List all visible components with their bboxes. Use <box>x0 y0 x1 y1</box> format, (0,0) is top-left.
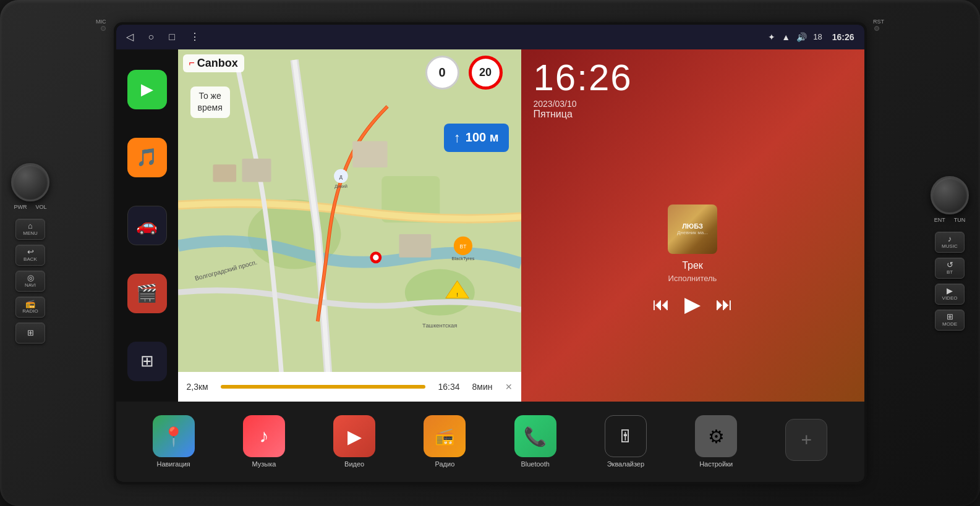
navi-label: NAVI <box>25 282 36 288</box>
radio-label: RADIO <box>22 308 38 314</box>
rst-dot <box>874 26 879 31</box>
recents-nav-icon[interactable]: □ <box>169 32 175 43</box>
bluetooth-dock-icon: 📞 <box>514 415 556 457</box>
menu-button[interactable]: ⌂ MENU <box>15 219 45 240</box>
kino-app[interactable]: 🎬 <box>127 274 167 313</box>
back-nav-icon[interactable]: ◁ <box>126 31 134 43</box>
head-unit: MIC RST PWR VOL ⌂ MENU ↩ BACK ◎ NAVI 📻 R… <box>0 0 980 506</box>
album-title-art: ЛЮБЗ <box>677 222 708 230</box>
video-dock-icon: ▶ <box>333 415 375 457</box>
car-app[interactable]: 🚗 <box>127 206 167 245</box>
svg-text:BlackTyres: BlackTyres <box>451 256 474 261</box>
dock-radio[interactable]: 📻 Радио <box>424 415 466 468</box>
music-dock-icon: ♪ <box>243 415 285 457</box>
left-knob-area: PWR VOL <box>11 163 49 210</box>
app-sidebar: ▶ 🎵 🚗 🎬 ⊞ <box>116 49 178 402</box>
bt-button[interactable]: ↺ BT <box>935 258 965 279</box>
svg-rect-7 <box>399 234 431 258</box>
left-controls: PWR VOL ⌂ MENU ↩ BACK ◎ NAVI 📻 RADIO ⊞ <box>11 163 49 344</box>
rst-label: RST <box>873 19 884 25</box>
video-right-icon: ▶ <box>947 287 953 295</box>
right-controls: ENT TUN ♪ MUSIC ↺ BT ▶ VIDEO ⊞ MODE <box>931 176 969 331</box>
wifi-status-icon: ▲ <box>782 32 790 42</box>
album-art: ЛЮБЗ Дневник ма... <box>668 205 717 254</box>
carplay-app[interactable]: ▶ <box>127 70 167 109</box>
dock-navigation[interactable]: 📍 Навигация <box>153 415 195 468</box>
equalizer-dock-label: Эквалайзер <box>607 460 644 468</box>
pwr-vol-knob[interactable] <box>11 163 49 201</box>
dock-music[interactable]: ♪ Музыка <box>243 415 285 468</box>
video-right-label: VIDEO <box>942 295 958 301</box>
radio-button[interactable]: 📻 RADIO <box>15 297 45 318</box>
radio-icon: 📻 <box>25 300 35 308</box>
clock-day: Пятница <box>534 109 852 120</box>
status-icons: ✦ ▲ 🔊 18 16:26 <box>768 32 854 42</box>
svg-text:!: ! <box>456 290 458 297</box>
right-knob-area: ENT TUN <box>931 176 969 223</box>
map-progress-bar <box>221 385 426 389</box>
status-bar: ◁ ○ □ ⋮ ✦ ▲ 🔊 18 16:26 <box>116 25 864 49</box>
mode-label: MODE <box>942 321 957 327</box>
launcher-app[interactable]: ⊞ <box>127 342 167 381</box>
menu-icon: ⌂ <box>28 222 33 230</box>
radio-dock-label: Радио <box>435 460 454 468</box>
clock-date: 2023/03/10 <box>534 99 852 109</box>
clock-time: 16:26 <box>534 59 852 96</box>
prev-button[interactable]: ⏮ <box>652 294 670 314</box>
ent-label: ENT <box>934 217 945 223</box>
dock-add[interactable]: + <box>785 419 827 464</box>
speed-limit: 20 <box>469 56 503 90</box>
vol-label: VOL <box>35 204 46 210</box>
map-close[interactable]: ✕ <box>505 382 513 392</box>
clock-section: 16:26 2023/03/10 Пятница <box>521 49 864 125</box>
grid-button[interactable]: ⊞ <box>15 323 45 344</box>
map-bottom-bar: 2,3км 16:34 8мин ✕ <box>178 372 521 402</box>
music-right-button[interactable]: ♪ MUSIC <box>935 232 965 253</box>
dock-equalizer[interactable]: 🎚 Эквалайзер <box>605 415 647 468</box>
video-right-button[interactable]: ▶ VIDEO <box>935 284 965 305</box>
mic-label: MIC <box>96 19 106 25</box>
ent-tun-knob[interactable] <box>931 176 969 214</box>
screen: ◁ ○ □ ⋮ ✦ ▲ 🔊 18 16:26 ▶ 🎵 <box>116 25 864 482</box>
video-dock-label: Видео <box>344 460 364 468</box>
status-time: 16:26 <box>832 32 854 42</box>
back-button[interactable]: ↩ BACK <box>15 245 45 266</box>
play-button[interactable]: ▶ <box>684 292 701 316</box>
nav-distance: 100 м <box>466 130 499 145</box>
settings-dock-label: Настройки <box>699 460 733 468</box>
dock-settings[interactable]: ⚙ Настройки <box>695 415 737 468</box>
svg-text:Д: Д <box>339 174 342 179</box>
album-art-inner: ЛЮБЗ Дневник ма... <box>668 205 717 254</box>
more-nav-icon[interactable]: ⋮ <box>190 31 200 43</box>
back-label: BACK <box>23 256 37 262</box>
music-app[interactable]: 🎵 <box>127 138 167 177</box>
navi-icon: ◎ <box>27 274 34 282</box>
home-nav-icon[interactable]: ○ <box>148 32 155 43</box>
tun-label: TUN <box>954 217 966 223</box>
navi-button[interactable]: ◎ NAVI <box>15 271 45 292</box>
bluetooth-status-icon: ✦ <box>768 32 775 42</box>
grid-icon: ⊞ <box>27 329 34 337</box>
svg-rect-4 <box>213 164 236 182</box>
svg-rect-6 <box>352 141 387 167</box>
dock-bluetooth[interactable]: 📞 Bluetooth <box>514 415 556 468</box>
nav-time-box: То же время <box>190 86 230 118</box>
next-button[interactable]: ⏭ <box>715 294 733 314</box>
svg-text:BT: BT <box>459 243 466 249</box>
right-panel: 16:26 2023/03/10 Пятница ЛЮБЗ Дневник ма… <box>521 49 864 402</box>
main-content: ▶ 🎵 🚗 🎬 ⊞ <box>116 49 864 482</box>
map-eta: 16:34 <box>438 382 459 392</box>
music-right-label: MUSIC <box>942 243 958 249</box>
mode-button[interactable]: ⊞ MODE <box>935 310 965 331</box>
menu-label: MENU <box>23 230 38 236</box>
bottom-dock: 📍 Навигация ♪ Музыка ▶ Видео <box>116 402 864 482</box>
map-area[interactable]: Волгоградский просп. Ташкентская BT Blac… <box>178 49 521 402</box>
dock-video[interactable]: ▶ Видео <box>333 415 375 468</box>
track-name: Трек <box>682 260 703 271</box>
music-right-icon: ♪ <box>948 235 952 243</box>
nav-direction: ↑ 100 м <box>444 124 509 152</box>
music-section: ЛЮБЗ Дневник ма... Трек Исполнитель ⏮ ▶ … <box>521 125 864 402</box>
map-distance: 2,3км <box>187 382 208 392</box>
svg-text:Дикий: Дикий <box>334 183 347 188</box>
music-dock-label: Музыка <box>252 460 276 468</box>
